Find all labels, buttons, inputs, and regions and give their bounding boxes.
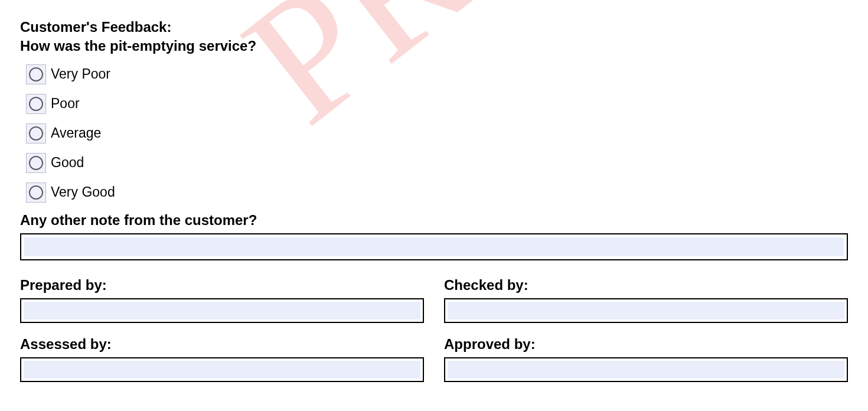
radio-icon — [26, 153, 46, 173]
option-label: Very Good — [51, 184, 115, 200]
approved-by-label: Approved by: — [444, 336, 848, 353]
approved-by-field[interactable] — [444, 357, 848, 382]
radio-icon — [26, 123, 46, 143]
prepared-by-label: Prepared by: — [20, 277, 424, 293]
checked-by-label: Checked by: — [444, 277, 848, 293]
option-very-good[interactable]: Very Good — [26, 182, 848, 203]
radio-icon — [26, 182, 46, 203]
option-label: Good — [51, 155, 84, 171]
radio-icon — [26, 64, 46, 84]
option-poor[interactable]: Poor — [26, 94, 848, 114]
assessed-by-label: Assessed by: — [20, 336, 424, 353]
option-good[interactable]: Good — [26, 153, 848, 173]
option-label: Very Poor — [51, 66, 110, 82]
customer-note-field[interactable] — [20, 233, 848, 260]
option-label: Average — [51, 125, 101, 141]
note-question: Any other note from the customer? — [20, 212, 848, 229]
option-very-poor[interactable]: Very Poor — [26, 64, 848, 84]
radio-icon — [26, 94, 46, 114]
option-average[interactable]: Average — [26, 123, 848, 143]
prepared-by-field[interactable] — [20, 298, 424, 323]
assessed-by-field[interactable] — [20, 357, 424, 382]
feedback-question: How was the pit-emptying service? — [20, 37, 848, 56]
checked-by-field[interactable] — [444, 298, 848, 323]
option-label: Poor — [51, 96, 80, 112]
feedback-title: Customer's Feedback: — [20, 18, 848, 37]
rating-options: Very Poor Poor Average Good Very Good — [26, 64, 848, 203]
